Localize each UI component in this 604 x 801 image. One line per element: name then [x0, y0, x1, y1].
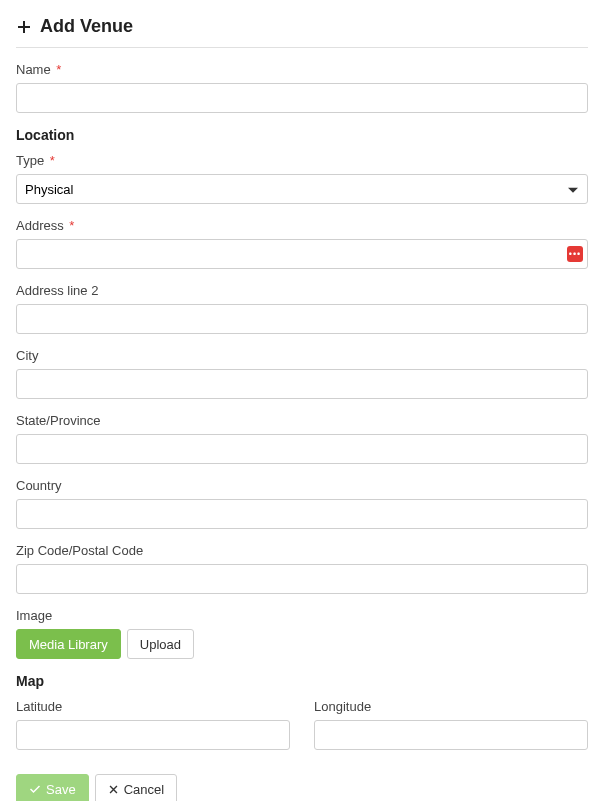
plus-icon: [16, 19, 32, 35]
address-label-text: Address: [16, 218, 64, 233]
required-asterisk: *: [69, 218, 74, 233]
latitude-input[interactable]: [16, 720, 290, 750]
image-label: Image: [16, 608, 588, 623]
longitude-field: Longitude: [314, 699, 588, 750]
location-picker-icon[interactable]: •••: [567, 246, 583, 262]
longitude-label: Longitude: [314, 699, 588, 714]
state-field: State/Province: [16, 413, 588, 464]
check-icon: [29, 783, 41, 795]
close-icon: [108, 784, 119, 795]
type-select[interactable]: Physical: [16, 174, 588, 204]
cancel-button-label: Cancel: [124, 782, 164, 797]
state-input[interactable]: [16, 434, 588, 464]
cancel-button[interactable]: Cancel: [95, 774, 177, 801]
required-asterisk: *: [50, 153, 55, 168]
city-label: City: [16, 348, 588, 363]
address2-input[interactable]: [16, 304, 588, 334]
page-title-text: Add Venue: [40, 16, 133, 37]
zip-field: Zip Code/Postal Code: [16, 543, 588, 594]
location-section-title: Location: [16, 127, 588, 143]
address-input[interactable]: [16, 239, 588, 269]
upload-button[interactable]: Upload: [127, 629, 194, 659]
address-field: Address * •••: [16, 218, 588, 269]
address2-field: Address line 2: [16, 283, 588, 334]
address2-label: Address line 2: [16, 283, 588, 298]
latitude-field: Latitude: [16, 699, 290, 750]
save-button-label: Save: [46, 782, 76, 797]
type-label-text: Type: [16, 153, 44, 168]
map-section-title: Map: [16, 673, 588, 689]
latitude-label: Latitude: [16, 699, 290, 714]
city-input[interactable]: [16, 369, 588, 399]
name-field: Name *: [16, 62, 588, 113]
media-library-button[interactable]: Media Library: [16, 629, 121, 659]
name-label-text: Name: [16, 62, 51, 77]
state-label: State/Province: [16, 413, 588, 428]
type-field: Type * Physical: [16, 153, 588, 204]
address-label: Address *: [16, 218, 588, 233]
type-label: Type *: [16, 153, 588, 168]
zip-label: Zip Code/Postal Code: [16, 543, 588, 558]
image-field: Image Media Library Upload: [16, 608, 588, 659]
longitude-input[interactable]: [314, 720, 588, 750]
name-input[interactable]: [16, 83, 588, 113]
required-asterisk: *: [56, 62, 61, 77]
country-field: Country: [16, 478, 588, 529]
save-button[interactable]: Save: [16, 774, 89, 801]
country-input[interactable]: [16, 499, 588, 529]
page-title: Add Venue: [16, 16, 588, 48]
city-field: City: [16, 348, 588, 399]
zip-input[interactable]: [16, 564, 588, 594]
name-label: Name *: [16, 62, 588, 77]
country-label: Country: [16, 478, 588, 493]
